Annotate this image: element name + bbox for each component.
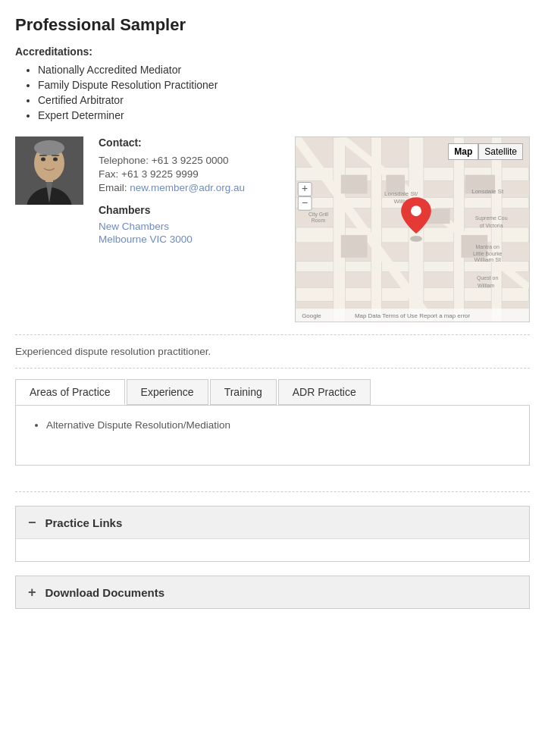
svg-rect-25 [341, 235, 368, 258]
fax: Fax: +61 3 9225 9999 [99, 168, 280, 180]
list-item: Alternative Dispute Resolution/Mediation [46, 419, 514, 431]
practice-links-label: Practice Links [45, 516, 123, 529]
tabs-container: Areas of Practice Experience Training AD… [15, 379, 530, 466]
svg-text:Map Data   Terms of Use   Repo: Map Data Terms of Use Report a map error [355, 312, 471, 319]
contact-label: Contact: [99, 136, 280, 149]
map-toggle: Map Satellite [448, 143, 523, 160]
practice-links-body [16, 538, 529, 561]
chambers-name: New Chambers [99, 221, 280, 232]
svg-text:William: William [478, 283, 495, 288]
svg-rect-20 [491, 137, 502, 322]
map-container: Map Satellite [295, 136, 530, 322]
page-container: Professional Sampler Accreditations: Nat… [0, 0, 545, 624]
tab-areas-of-practice[interactable]: Areas of Practice [15, 379, 125, 405]
download-documents-label: Download Documents [45, 586, 165, 599]
svg-rect-9 [52, 155, 59, 156]
chambers-info: New Chambers Melbourne VIC 3000 [99, 221, 280, 245]
expand-icon: + [28, 585, 36, 599]
svg-text:Lonsdale St/: Lonsdale St/ [384, 190, 418, 197]
svg-text:Supreme Cou: Supreme Cou [475, 215, 508, 221]
svg-text:Quest on: Quest on [477, 275, 498, 281]
profile-title: Professional Sampler [15, 15, 530, 35]
tab-adr-practice[interactable]: ADR Practice [278, 379, 371, 405]
tab-content-areas: Alternative Dispute Resolution/Mediation [15, 405, 530, 466]
bio-text: Experienced dispute resolution practitio… [15, 346, 530, 357]
svg-text:Little Bourke: Little Bourke [473, 251, 503, 256]
svg-rect-8 [39, 155, 47, 156]
download-documents-header[interactable]: + Download Documents [16, 576, 529, 608]
svg-text:+: + [302, 182, 308, 194]
profile-mid: Contact: Telephone: +61 3 9225 0000 Fax:… [15, 136, 530, 322]
svg-text:of Victoria: of Victoria [480, 223, 503, 228]
divider-2 [15, 368, 530, 369]
email-link[interactable]: new.member@adr.org.au [130, 182, 245, 193]
chambers-location: Melbourne VIC 3000 [99, 234, 280, 245]
tab-experience[interactable]: Experience [127, 379, 208, 405]
contact-info: Telephone: +61 3 9225 0000 Fax: +61 3 92… [99, 155, 280, 193]
svg-rect-16 [334, 137, 346, 322]
list-item: Expert Determiner [38, 109, 530, 121]
email: Email: new.member@adr.org.au [99, 182, 280, 193]
practice-links-accordion: − Practice Links [15, 506, 530, 562]
avatar [15, 136, 83, 205]
svg-point-6 [41, 158, 45, 162]
svg-text:William St: William St [475, 256, 502, 263]
svg-text:−: − [302, 196, 308, 209]
divider-1 [15, 334, 530, 335]
svg-rect-27 [341, 175, 368, 194]
spacer [15, 466, 530, 481]
list-item: Certified Arbitrator [38, 94, 530, 106]
accreditations-label: Accreditations: [15, 45, 530, 58]
svg-text:City Grill: City Grill [309, 212, 329, 218]
tabs-list: Areas of Practice Experience Training AD… [15, 379, 530, 405]
map-button[interactable]: Map [448, 143, 478, 160]
divider-3 [15, 491, 530, 492]
svg-text:Google: Google [302, 312, 321, 319]
svg-point-5 [34, 140, 64, 155]
collapse-icon: − [28, 516, 36, 529]
svg-text:Room: Room [312, 218, 326, 223]
download-documents-accordion: + Download Documents [15, 576, 530, 609]
svg-point-46 [411, 205, 421, 216]
areas-list: Alternative Dispute Resolution/Mediation [31, 419, 514, 431]
svg-point-7 [53, 158, 58, 162]
telephone: Telephone: +61 3 9225 0000 [99, 155, 280, 166]
tab-training[interactable]: Training [210, 379, 277, 405]
practice-links-header[interactable]: − Practice Links [16, 507, 529, 538]
satellite-button[interactable]: Satellite [478, 143, 523, 160]
accreditations-list: Nationally Accredited Mediator Family Di… [15, 64, 530, 121]
contact-section: Contact: Telephone: +61 3 9225 0000 Fax:… [99, 136, 280, 322]
list-item: Nationally Accredited Mediator [38, 64, 530, 76]
svg-point-45 [410, 236, 422, 242]
list-item: Family Dispute Resolution Practitioner [38, 79, 530, 91]
chambers-label: Chambers [99, 204, 280, 216]
svg-text:Lonsdale St: Lonsdale St [471, 188, 504, 195]
email-label: Email: [99, 182, 127, 193]
svg-text:Mantra on: Mantra on [476, 244, 500, 249]
